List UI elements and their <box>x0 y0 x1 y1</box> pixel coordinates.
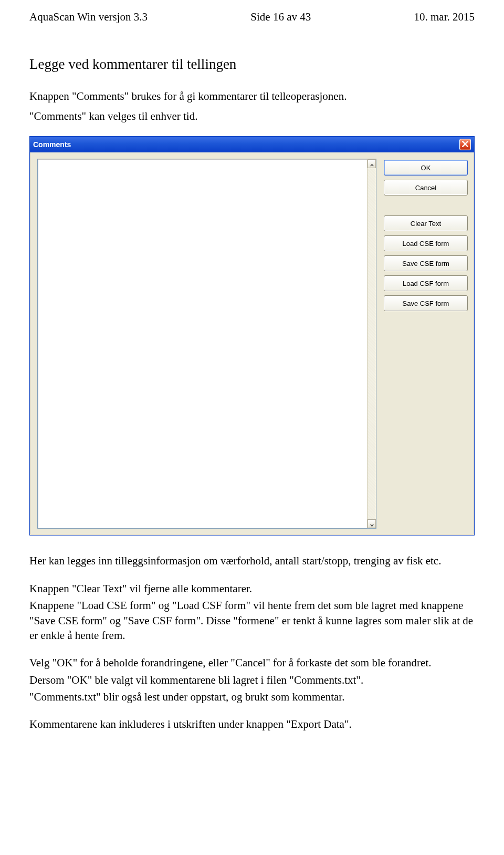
load-cse-form-button[interactable]: Load CSE form <box>384 235 468 251</box>
scroll-up-button[interactable] <box>368 159 376 168</box>
body-paragraph-2: Knappen "Clear Text" vil fjerne alle kom… <box>29 581 475 596</box>
scroll-down-button[interactable] <box>368 519 376 528</box>
body-paragraph-5: Dersom "OK" ble valgt vil kommentarene b… <box>29 673 475 687</box>
intro-paragraph-2: "Comments" kan velges til enhver tid. <box>29 109 475 123</box>
window-title: Comments <box>33 140 459 150</box>
section-title: Legge ved kommentarer til tellingen <box>29 55 475 74</box>
doc-header-right: 10. mar. 2015 <box>414 9 475 24</box>
load-csf-form-button[interactable]: Load CSF form <box>384 275 468 291</box>
clear-text-button[interactable]: Clear Text <box>384 215 468 231</box>
cancel-button[interactable]: Cancel <box>384 180 468 195</box>
doc-header-left: AquaScan Win versjon 3.3 <box>29 9 148 24</box>
body-paragraph-3: Knappene "Load CSE form" og "Load CSF fo… <box>29 598 475 643</box>
body-paragraph-1: Her kan legges inn tilleggsinformasjon o… <box>29 553 475 568</box>
save-csf-form-button[interactable]: Save CSF form <box>384 295 468 311</box>
body-paragraph-7: Kommentarene kan inkluderes i utskriften… <box>29 717 475 732</box>
save-cse-form-button[interactable]: Save CSE form <box>384 255 468 271</box>
comments-window: Comments <box>29 136 475 535</box>
close-button[interactable] <box>459 139 471 150</box>
body-paragraph-4: Velg "OK" for å beholde forandringene, e… <box>29 655 475 670</box>
scrollbar-track[interactable] <box>368 168 376 519</box>
doc-header-center: Side 16 av 43 <box>250 9 311 24</box>
intro-paragraph-1: Knappen "Comments" brukes for å gi komme… <box>29 89 475 104</box>
close-icon <box>462 140 468 150</box>
comments-textarea-value <box>38 159 367 528</box>
window-titlebar: Comments <box>30 137 474 152</box>
comments-textarea[interactable] <box>37 159 376 529</box>
ok-button[interactable]: OK <box>384 160 468 176</box>
body-paragraph-6: "Comments.txt" blir også lest under opps… <box>29 689 475 704</box>
textarea-scrollbar[interactable] <box>367 159 376 528</box>
